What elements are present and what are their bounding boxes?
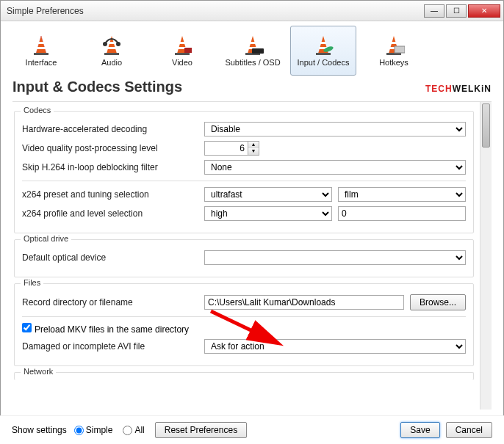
deblock-select[interactable]: None — [204, 160, 466, 175]
preload-mkv-checkbox[interactable]: Preload MKV files in the same directory — [22, 323, 189, 335]
window-title: Simple Preferences — [7, 6, 424, 16]
x264profile-select[interactable]: high — [204, 206, 332, 221]
postproc-label: Video quality post-processing level — [22, 143, 198, 153]
heading-row: Input & Codecs Settings TECHWELKiN — [1, 76, 503, 101]
category-tabs: Interface Audio Video Subtitles / OSD In… — [1, 21, 503, 76]
cone-headphones-icon — [101, 34, 123, 57]
save-button[interactable]: Save — [400, 422, 439, 438]
damaged-avi-label: Damaged or incomplete AVI file — [22, 341, 198, 352]
tab-hotkeys[interactable]: Hotkeys — [361, 26, 427, 76]
show-settings-label: Show settings — [12, 425, 67, 435]
svg-rect-11 — [179, 42, 185, 44]
spin-down-icon[interactable]: ▼ — [248, 148, 259, 155]
section-optical: Optical drive Default optical device — [14, 239, 474, 277]
cone-subtitle-icon — [242, 34, 264, 57]
cone-icon — [30, 34, 52, 57]
settings-scroll-area: Codecs Hardware-accelerated decoding Dis… — [12, 101, 492, 410]
svg-point-8 — [103, 42, 107, 46]
section-legend: Optical drive — [21, 234, 71, 243]
close-button[interactable]: ✕ — [468, 4, 500, 18]
titlebar: Simple Preferences — ☐ ✕ — [1, 1, 503, 21]
svg-rect-19 — [252, 48, 264, 54]
section-network: Network — [14, 372, 474, 380]
svg-rect-26 — [391, 42, 397, 44]
svg-rect-13 — [175, 53, 190, 55]
footer-bar: Show settings Simple All Reset Preferenc… — [0, 415, 504, 444]
svg-rect-5 — [109, 42, 115, 44]
svg-rect-6 — [107, 47, 116, 49]
scrollbar-thumb[interactable] — [482, 103, 490, 148]
svg-rect-7 — [104, 53, 119, 55]
svg-rect-3 — [34, 53, 48, 55]
svg-marker-0 — [36, 36, 46, 54]
tab-label: Subtitles / OSD — [225, 58, 280, 67]
page-title: Input & Codecs Settings — [12, 79, 425, 95]
x264level-input[interactable] — [338, 206, 466, 221]
svg-rect-14 — [184, 48, 192, 53]
recdir-label: Record directory or filename — [22, 297, 198, 307]
spin-up-icon[interactable]: ▲ — [248, 142, 259, 148]
show-simple-radio[interactable]: Simple — [74, 425, 113, 435]
minimize-button[interactable]: — — [424, 4, 444, 18]
tab-audio[interactable]: Audio — [79, 26, 145, 76]
x264profile-label: x264 profile and level selection — [22, 208, 198, 219]
window-buttons: — ☐ ✕ — [424, 4, 500, 18]
tab-subtitles[interactable]: Subtitles / OSD — [220, 26, 286, 76]
svg-rect-1 — [38, 42, 44, 44]
section-legend: Codecs — [21, 106, 54, 114]
vertical-scrollbar[interactable] — [480, 102, 492, 410]
svg-rect-29 — [395, 46, 405, 53]
section-codecs: Codecs Hardware-accelerated decoding Dis… — [14, 111, 474, 233]
recdir-input[interactable] — [204, 295, 404, 310]
tab-label: Input / Codecs — [298, 58, 350, 67]
tab-interface[interactable]: Interface — [8, 26, 74, 76]
postproc-spinbox[interactable]: ▲▼ — [204, 141, 263, 156]
browse-button[interactable]: Browse... — [410, 294, 466, 310]
section-files: Files Record directory or filename Brows… — [14, 283, 474, 366]
watermark-logo: TECHWELKiN — [425, 79, 492, 95]
preload-mkv-input[interactable] — [22, 323, 32, 332]
optical-device-select[interactable] — [204, 250, 466, 265]
section-legend: Files — [21, 278, 43, 287]
section-legend: Network — [21, 367, 56, 376]
hwdecode-select[interactable]: Disable — [204, 122, 466, 137]
cone-keyboard-icon — [383, 34, 405, 57]
reset-preferences-button[interactable]: Reset Preferences — [155, 422, 247, 438]
show-all-radio[interactable]: All — [123, 425, 144, 435]
tab-video[interactable]: Video — [149, 26, 215, 76]
cone-codec-icon — [312, 34, 334, 57]
hwdecode-label: Hardware-accelerated decoding — [22, 124, 198, 134]
optical-device-label: Default optical device — [22, 252, 198, 263]
x264preset-label: x264 preset and tuning selection — [22, 189, 198, 200]
svg-rect-21 — [320, 42, 326, 44]
cancel-button[interactable]: Cancel — [446, 422, 492, 438]
x264tune-select[interactable]: film — [338, 187, 466, 202]
deblock-label: Skip H.264 in-loop deblocking filter — [22, 162, 198, 172]
postproc-input[interactable] — [204, 141, 248, 156]
maximize-button[interactable]: ☐ — [446, 4, 467, 18]
x264preset-select[interactable]: ultrafast — [204, 187, 332, 202]
damaged-avi-select[interactable]: Ask for action — [204, 339, 466, 354]
tab-label: Interface — [26, 58, 57, 67]
cone-clapper-icon — [171, 34, 193, 57]
tab-label: Hotkeys — [379, 58, 408, 67]
svg-rect-16 — [250, 42, 256, 44]
tab-label: Audio — [101, 58, 122, 67]
tab-label: Video — [172, 58, 192, 67]
svg-rect-23 — [316, 53, 331, 55]
svg-point-9 — [116, 42, 120, 46]
svg-rect-2 — [37, 47, 46, 49]
tab-input-codecs[interactable]: Input / Codecs — [290, 26, 356, 76]
